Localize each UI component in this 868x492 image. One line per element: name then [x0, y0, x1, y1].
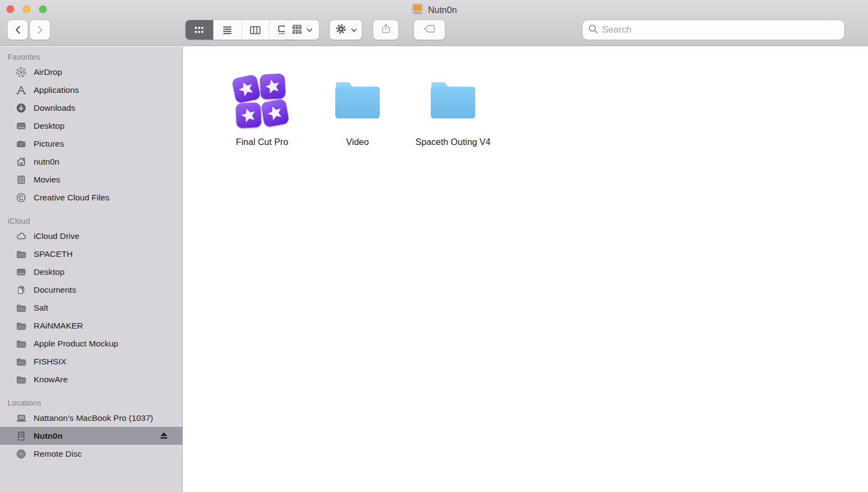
sidebar-item-label: KnowAre [34, 375, 68, 384]
sidebar-item-desktop[interactable]: Desktop [0, 263, 182, 281]
applications-icon [15, 84, 27, 96]
sidebar-item-label: SPACETH [34, 249, 73, 259]
sidebar-item-airdrop[interactable]: AirDrop [0, 63, 182, 81]
action-button[interactable] [330, 20, 362, 40]
icon-view-button[interactable] [186, 20, 214, 40]
back-button[interactable] [8, 20, 28, 40]
pictures-icon [15, 138, 27, 150]
disc-icon [15, 448, 27, 460]
desktop-icon [15, 120, 27, 132]
file-label: Final Cut Pro [236, 136, 288, 149]
view-mode-segmented-control [186, 20, 297, 40]
folder-icon [15, 320, 27, 332]
sidebar-item-apple-product-mockup[interactable]: Apple Product Mockup [0, 335, 182, 352]
forward-button[interactable] [30, 20, 50, 40]
sidebar-item-salt[interactable]: Salt [0, 299, 182, 317]
folder-icon [15, 248, 27, 260]
home-icon [15, 156, 27, 168]
share-button[interactable] [373, 20, 398, 40]
list-view-button[interactable] [214, 20, 242, 40]
file-item-spaceth-outing-v4[interactable]: Spaceth Outing V4 [405, 74, 501, 149]
search-field [583, 20, 844, 40]
sidebar-item-label: RAiNMAKER [34, 321, 83, 331]
folder-icon [15, 374, 27, 386]
chevron-down-icon [307, 25, 312, 35]
window-title-text: Nutn0n [428, 5, 457, 15]
file-item-video[interactable]: Video [310, 74, 405, 149]
sidebar-item-pictures[interactable]: Pictures [0, 135, 182, 153]
tag-icon [423, 24, 436, 36]
final-cut-pro-icon [233, 73, 291, 130]
file-label: Spaceth Outing V4 [416, 136, 491, 149]
sidebar-item-remote-disc[interactable]: Remote Disc [0, 445, 182, 463]
sidebar-item-label: Nattanon’s MacBook Pro (1037) [34, 413, 153, 423]
window-title: Nutn0n [0, 0, 868, 20]
group-button[interactable] [285, 20, 319, 40]
file-item-final-cut-pro[interactable]: Final Cut Pro [214, 74, 310, 149]
chevron-down-icon [351, 25, 357, 35]
sidebar-item-knoware[interactable]: KnowAre [0, 370, 182, 388]
sidebar-item-label: FISHSIX [34, 357, 66, 367]
sidebar-item-label: Desktop [34, 121, 65, 131]
folder-icon [15, 356, 27, 368]
creative-cloud-icon [15, 192, 27, 204]
sidebar-item-documents[interactable]: Documents [0, 281, 182, 299]
toolbar [0, 18, 868, 46]
search-input[interactable] [602, 24, 839, 35]
file-label: Video [346, 136, 369, 149]
sidebar-item-movies[interactable]: Movies [0, 171, 182, 188]
sidebar-item-label: Pictures [34, 139, 64, 149]
tag-button[interactable] [414, 20, 445, 40]
sidebar-item-label: Applications [34, 85, 79, 95]
folder-icon [15, 302, 27, 314]
sidebar-item-label: Downloads [34, 103, 75, 113]
titlebar: Nutn0n [0, 0, 868, 46]
documents-icon [15, 284, 27, 296]
section-label-icloud: iCloud [0, 215, 182, 227]
sidebar-item-downloads[interactable]: Downloads [0, 99, 182, 117]
sidebar-item-label: nutn0n [34, 157, 59, 167]
sidebar-item-label: Apple Product Mockup [34, 339, 118, 349]
file-browser-content: Final Cut ProVideoSpaceth Outing V4 [183, 47, 868, 492]
sidebar-item-label: Salt [34, 303, 48, 313]
sidebar-item-label: Documents [34, 285, 76, 295]
sidebar-item-fishsix[interactable]: FISHSIX [0, 352, 182, 370]
sidebar-item-label: Remote Disc [34, 449, 82, 459]
section-label-favorites: Favorites [0, 51, 182, 63]
share-icon [380, 23, 392, 37]
external-drive-icon [15, 430, 27, 442]
blue-folder-icon [429, 80, 477, 123]
external-drive-icon [411, 3, 424, 17]
sidebar-item-nattanon-s-macbook-pro-1037[interactable]: Nattanon’s MacBook Pro (1037) [0, 409, 182, 427]
sidebar: FavoritesAirDropApplicationsDownloadsDes… [0, 47, 183, 492]
eject-button[interactable] [159, 432, 168, 440]
airdrop-icon [15, 66, 27, 78]
sidebar-item-nutn0n[interactable]: nutn0n [0, 153, 182, 171]
finder-window: Nutn0n [0, 0, 868, 492]
sidebar-item-label: Nutn0n [34, 431, 62, 441]
sidebar-item-label: Desktop [34, 267, 65, 277]
sidebar-item-rainmaker[interactable]: RAiNMAKER [0, 317, 182, 335]
icloud-drive-icon [15, 230, 27, 242]
folder-icon [15, 338, 27, 350]
sidebar-item-nutn0n[interactable]: Nutn0n [0, 427, 182, 445]
gear-icon [335, 23, 347, 37]
movies-icon [15, 174, 27, 186]
sidebar-item-label: Movies [34, 175, 60, 185]
sidebar-item-creative-cloud-files[interactable]: Creative Cloud Files [0, 188, 182, 206]
sidebar-item-label: AirDrop [34, 67, 62, 77]
downloads-icon [15, 102, 27, 114]
sidebar-item-icloud-drive[interactable]: iCloud Drive [0, 227, 182, 245]
section-label-locations: Locations [0, 397, 182, 409]
blue-folder-icon [333, 80, 382, 123]
group-icon [291, 24, 303, 36]
sidebar-item-applications[interactable]: Applications [0, 81, 182, 99]
search-icon [588, 24, 598, 36]
sidebar-item-desktop[interactable]: Desktop [0, 117, 182, 135]
column-view-button[interactable] [242, 20, 270, 40]
sidebar-item-spaceth[interactable]: SPACETH [0, 245, 182, 263]
sidebar-item-label: iCloud Drive [34, 231, 79, 241]
desktop-icon [15, 266, 27, 278]
sidebar-item-label: Creative Cloud Files [34, 193, 110, 203]
laptop-icon [15, 412, 27, 424]
